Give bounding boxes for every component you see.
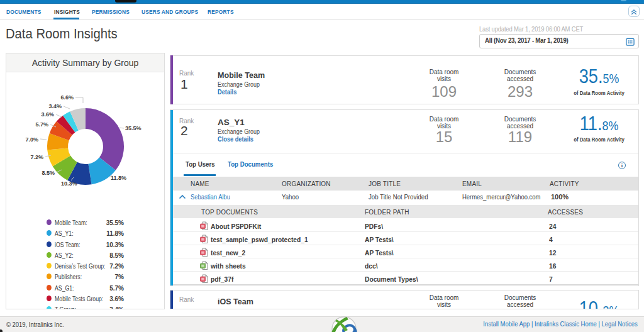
svg-text:5.7%: 5.7% (35, 121, 48, 128)
svg-text:7.0%: 7.0% (25, 136, 38, 143)
svg-text:3.6%: 3.6% (41, 111, 54, 118)
svg-text:6.6%: 6.6% (60, 94, 74, 101)
svg-text:7.2%: 7.2% (30, 154, 43, 160)
svg-text:35.5%: 35.5% (125, 125, 142, 131)
svg-text:10.3%: 10.3% (61, 180, 77, 187)
svg-text:11.8%: 11.8% (111, 175, 126, 181)
svg-text:3.4%: 3.4% (48, 103, 62, 109)
svg-text:8.5%: 8.5% (42, 170, 55, 176)
